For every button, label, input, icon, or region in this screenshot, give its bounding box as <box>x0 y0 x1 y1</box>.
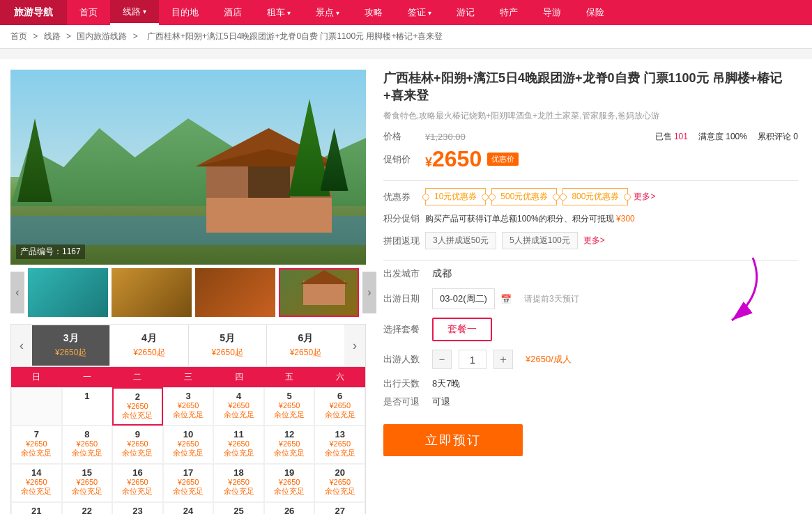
cal-cell-2-2[interactable]: 16¥2650余位充足 <box>112 464 163 502</box>
month-prev-button[interactable]: ‹ <box>11 325 32 366</box>
nav-home[interactable]: 首页 <box>67 0 110 25</box>
month-tab-3[interactable]: 6月 ¥2650起 <box>267 325 344 366</box>
quantity-controls: － 1 ＋ ¥2650/成人 <box>432 350 572 369</box>
thumb-1[interactable] <box>28 268 108 317</box>
cal-cell-3-2[interactable]: 23¥2650 <box>112 502 163 514</box>
package-button[interactable]: 套餐一 <box>432 318 492 341</box>
nav-visa[interactable]: 签证 ▾ <box>395 0 444 25</box>
cal-day-tue: 二 <box>112 367 163 387</box>
group-tag-1[interactable]: 3人拼成返50元 <box>425 232 496 249</box>
cal-cell-0-4[interactable]: 4¥2650余位充足 <box>213 387 264 426</box>
coupon-2[interactable]: 500元优惠券 <box>491 188 557 205</box>
cal-day-thu: 四 <box>213 367 264 387</box>
nav-insurance[interactable]: 保险 <box>574 0 617 25</box>
thumbnails: ‹ › <box>10 268 366 317</box>
cal-cell-0-1[interactable]: 1 <box>62 387 113 426</box>
cal-cell-2-3[interactable]: 17¥2650余位充足 <box>163 464 214 502</box>
coupon-3[interactable]: 800元优惠券 <box>562 188 628 205</box>
breadcrumb-home[interactable]: 首页 <box>10 31 27 41</box>
date-field[interactable]: 03-02(周二) <box>432 288 495 309</box>
nav-hotel[interactable]: 酒店 <box>211 0 254 25</box>
month-tab-1[interactable]: 4月 ¥2650起 <box>110 325 188 366</box>
cal-cell-2-5[interactable]: 19¥2650余位充足 <box>264 464 315 502</box>
calendar-body: 12¥2650余位充足3¥2650余位充足4¥2650余位充足5¥2650余位充… <box>11 387 365 514</box>
group-label: 拼团返现 <box>383 235 425 247</box>
cal-cell-1-5[interactable]: 12¥2650余位充足 <box>264 426 315 464</box>
qty-plus-button[interactable]: ＋ <box>493 350 513 369</box>
qty-minus-button[interactable]: － <box>432 350 452 369</box>
cal-day-sun: 日 <box>11 367 62 387</box>
thumb-prev-button[interactable]: ‹ <box>10 272 24 313</box>
cal-cell-3-3[interactable]: 24¥2650 <box>163 502 214 514</box>
cal-cell-0-3[interactable]: 3¥2650余位充足 <box>163 387 214 426</box>
product-title: 广西桂林+阳朔+漓江5日4晚跟团游+龙脊0自费 门票1100元 吊脚楼+椿记+喜… <box>383 70 798 104</box>
cal-cell-3-4[interactable]: 25¥2650 <box>213 502 264 514</box>
refund-row: 是否可退 可退 <box>383 396 798 408</box>
book-button[interactable]: 立即预订 <box>383 424 523 456</box>
date-input: 03-02(周二) 📅 请提前3天预订 <box>432 288 579 309</box>
promo-row: 促销价 ¥2650 优惠价 <box>383 146 798 172</box>
nav-items: 首页 线路 ▾ 目的地 酒店 租车 ▾ 景点 ▾ 攻略 签证 ▾ 游记 特产 导… <box>67 0 617 25</box>
thumb-4[interactable] <box>279 268 359 317</box>
nav-diary[interactable]: 游记 <box>444 0 487 25</box>
right-panel: 广西桂林+阳朔+漓江5日4晚跟团游+龙脊0自费 门票1100元 吊脚楼+椿记+喜… <box>380 70 802 514</box>
breadcrumb-routes[interactable]: 线路 <box>44 31 61 41</box>
cal-cell-2-6[interactable]: 20¥2650余位充足 <box>314 464 365 502</box>
nav-guide[interactable]: 导游 <box>530 0 574 25</box>
cal-cell-2-1[interactable]: 15¥2650余位充足 <box>62 464 113 502</box>
cal-day-mon: 一 <box>62 367 113 387</box>
group-more[interactable]: 更多> <box>583 235 605 247</box>
coupon-list: 10元优惠券 500元优惠券 800元优惠券 更多> <box>425 188 798 205</box>
month-nav: ‹ 3月 ¥2650起 4月 ¥2650起 5月 ¥2650起 6月 ¥2650… <box>10 324 366 367</box>
thumb-3[interactable] <box>195 268 275 317</box>
nav-specialty[interactable]: 特产 <box>487 0 530 25</box>
cal-cell-1-4[interactable]: 11¥2650余位充足 <box>213 426 264 464</box>
cal-cell-0-6[interactable]: 6¥2650余位充足 <box>314 387 365 426</box>
cal-cell-0-5[interactable]: 5¥2650余位充足 <box>264 387 315 426</box>
date-hint: 请提前3天预订 <box>524 293 579 305</box>
thumb-2[interactable] <box>112 268 192 317</box>
nav-rental[interactable]: 租车 ▾ <box>254 0 303 25</box>
breadcrumb-domestic[interactable]: 国内旅游线路 <box>77 31 127 41</box>
main-content: 产品编号：1167 ‹ <box>0 59 812 514</box>
nav-scenic[interactable]: 景点 ▾ <box>303 0 352 25</box>
cal-cell-1-6[interactable]: 13¥2650余位充足 <box>314 426 365 464</box>
cal-cell-2-0[interactable]: 14¥2650余位充足 <box>11 464 62 502</box>
calendar-header: 日 一 二 三 四 五 六 <box>11 367 365 387</box>
cal-cell-3-6[interactable]: 27¥2650 <box>314 502 365 514</box>
depart-date-label: 出游日期 <box>383 293 432 305</box>
cal-cell-3-0[interactable]: 21¥2650 <box>11 502 62 514</box>
visa-arrow-icon: ▾ <box>428 9 431 17</box>
package-row: 选择套餐 套餐一 <box>383 318 798 341</box>
refund-value: 可退 <box>432 396 450 408</box>
cal-cell-2-4[interactable]: 18¥2650余位充足 <box>213 464 264 502</box>
cal-cell-0-0 <box>11 387 62 426</box>
calendar: 日 一 二 三 四 五 六 12¥2650余位充足3¥2650余位充足4¥265… <box>10 367 366 514</box>
nav-routes[interactable]: 线路 ▾ <box>110 0 159 25</box>
coupon-more[interactable]: 更多> <box>634 191 655 203</box>
cal-cell-0-2[interactable]: 2¥2650余位充足 <box>112 387 163 426</box>
cal-day-sat: 六 <box>314 367 365 387</box>
month-tab-0[interactable]: 3月 ¥2650起 <box>32 325 110 366</box>
scenic-arrow-icon: ▾ <box>336 9 339 17</box>
group-tag-2[interactable]: 5人拼成返100元 <box>502 232 578 249</box>
cal-cell-3-1[interactable]: 22¥2650 <box>62 502 113 514</box>
nav-strategy[interactable]: 攻略 <box>352 0 395 25</box>
cal-cell-1-0[interactable]: 7¥2650余位充足 <box>11 426 62 464</box>
month-tab-2[interactable]: 5月 ¥2650起 <box>189 325 267 366</box>
breadcrumb: 首页 > 线路 > 国内旅游线路 > 广西桂林+阳朔+漓江5日4晚跟团游+龙脊0… <box>0 25 812 49</box>
month-next-button[interactable]: › <box>344 325 365 366</box>
cal-day-wed: 三 <box>163 367 214 387</box>
coupon-1[interactable]: 10元优惠券 <box>425 188 486 205</box>
days-row: 出行天数 8天7晚 <box>383 377 798 390</box>
cal-cell-3-5[interactable]: 26¥2650 <box>264 502 315 514</box>
calendar-icon[interactable]: 📅 <box>500 294 512 304</box>
cal-cell-1-1[interactable]: 8¥2650余位充足 <box>62 426 113 464</box>
promo-badge: 优惠价 <box>487 153 519 166</box>
left-panel: 产品编号：1167 ‹ <box>10 70 366 514</box>
cal-cell-1-3[interactable]: 10¥2650余位充足 <box>163 426 214 464</box>
breadcrumb-current: 广西桂林+阳朔+漓江5日4晚跟团游+龙脊0自费 门票1100元 用脚楼+椿记+喜… <box>147 31 443 41</box>
cal-cell-1-2[interactable]: 9¥2650余位充足 <box>112 426 163 464</box>
nav-destination[interactable]: 目的地 <box>159 0 211 25</box>
thumb-next-button[interactable]: › <box>362 272 376 313</box>
